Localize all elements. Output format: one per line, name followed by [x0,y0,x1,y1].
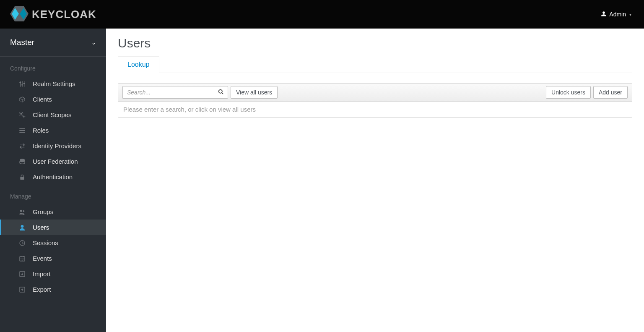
sidebar-section-header: Configure [0,57,106,76]
realm-selector[interactable]: Master ⌄ [0,29,106,57]
svg-rect-11 [19,128,25,129]
user-menu-label: Admin [609,11,626,18]
sidebar-item-user-federation[interactable]: User Federation [0,154,106,169]
sidebar-item-import[interactable]: Import [0,266,106,282]
sidebar-item-label: Roles [33,127,49,134]
sidebar-item-label: Import [33,270,51,277]
chevron-down-icon: ▾ [629,12,631,17]
users-panel: View all users Unlock users Add user Ple… [118,83,632,118]
unlock-users-button[interactable]: Unlock users [546,86,591,99]
svg-rect-7 [21,84,23,85]
sidebar-item-label: Events [33,255,52,262]
svg-rect-3 [20,81,21,86]
top-navbar: KEYCLOAK Admin ▾ [0,0,644,29]
sidebar-item-label: Client Scopes [33,111,72,118]
lock-icon [18,174,26,180]
user-menu[interactable]: Admin ▾ [588,0,636,29]
group-icon [18,209,26,215]
keycloak-logo-icon [10,6,29,23]
sidebar-item-label: Users [33,224,49,231]
realm-name: Master [10,38,34,47]
user-icon [18,224,26,231]
svg-point-23 [219,89,222,93]
svg-rect-6 [19,82,21,83]
brand-text: KEYCLOAK [32,8,96,21]
cube-icon [18,96,26,103]
chevron-down-icon: ⌄ [91,39,96,46]
svg-rect-8 [23,83,25,84]
search-button[interactable] [214,86,228,99]
svg-rect-15 [20,177,24,180]
main-content: Users Lookup View all users Unlock users… [106,29,644,332]
svg-rect-4 [22,81,22,86]
tabs: Lookup [118,56,632,73]
sidebar-item-label: Realm Settings [33,80,75,87]
user-icon [601,11,607,18]
sidebar-item-sessions[interactable]: Sessions [0,235,106,251]
sidebar-item-authentication[interactable]: Authentication [0,169,106,185]
sidebar-item-identity-providers[interactable]: Identity Providers [0,138,106,154]
sidebar-item-label: Clients [33,96,52,103]
import-icon [18,271,26,277]
sliders-icon [18,81,26,87]
svg-rect-12 [19,130,25,131]
exchange-icon [18,143,26,149]
svg-point-16 [20,209,22,212]
toolbar: View all users Unlock users Add user [118,84,632,102]
view-all-users-button[interactable]: View all users [231,86,278,99]
sidebar-section-header: Manage [0,185,106,204]
empty-state-message: Please enter a search, or click on view … [118,102,632,117]
sidebar-item-roles[interactable]: Roles [0,123,106,138]
sidebar-item-label: Groups [33,208,53,215]
brand[interactable]: KEYCLOAK [10,6,96,23]
tab-lookup[interactable]: Lookup [118,56,159,73]
svg-point-10 [23,116,24,117]
clock-icon [18,240,26,246]
svg-line-24 [222,92,223,94]
export-icon [18,286,26,293]
search-icon [218,89,224,96]
sidebar-item-clients[interactable]: Clients [0,91,106,107]
sidebar-item-groups[interactable]: Groups [0,204,106,220]
database-icon [18,158,26,165]
page-title: Users [118,36,632,50]
calendar-icon [18,255,26,262]
sidebar-item-label: Identity Providers [33,142,81,149]
sidebar-item-client-scopes[interactable]: Client Scopes [0,107,106,123]
sidebar-item-label: Sessions [33,239,58,246]
sidebar-item-export[interactable]: Export [0,282,106,297]
svg-rect-13 [19,132,25,133]
svg-point-9 [20,113,22,115]
svg-point-17 [23,210,24,212]
sidebar-item-label: User Federation [33,158,78,165]
list-icon [18,127,26,134]
sidebar-item-realm-settings[interactable]: Realm Settings [0,76,106,91]
sidebar-item-users[interactable]: Users [0,220,106,235]
sidebar-item-label: Authentication [33,173,73,180]
cogs-icon [18,112,26,118]
sidebar-item-label: Export [33,286,51,293]
search-input[interactable] [122,86,214,99]
svg-point-18 [21,225,24,228]
add-user-button[interactable]: Add user [593,86,628,99]
sidebar-item-events[interactable]: Events [0,251,106,266]
sidebar: Master ⌄ ConfigureRealm SettingsClientsC… [0,29,106,332]
